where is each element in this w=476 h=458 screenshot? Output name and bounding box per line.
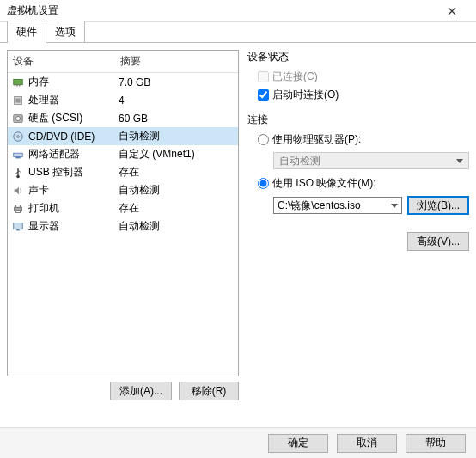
- device-summary: 60 GB: [119, 113, 235, 125]
- physical-drive-row: 自动检测: [258, 152, 469, 169]
- left-column: 设备 摘要 内存7.0 GB处理器4硬盘 (SCSI)60 GBCD/DVD (…: [7, 50, 239, 400]
- cpu-icon: [11, 94, 25, 107]
- iso-file-row: C:\镜像\centos.iso 浏览(B)...: [258, 196, 469, 215]
- connected-checkbox: 已连接(C): [258, 70, 469, 84]
- device-row[interactable]: 网络适配器自定义 (VMnet1): [8, 145, 238, 163]
- device-name: 网络适配器: [28, 147, 119, 162]
- header-summary: 摘要: [120, 54, 141, 69]
- device-name: USB 控制器: [28, 165, 119, 180]
- device-row[interactable]: 显示器自动检测: [8, 217, 238, 235]
- device-row[interactable]: CD/DVD (IDE)自动检测: [8, 127, 238, 145]
- svg-rect-5: [15, 98, 20, 102]
- svg-rect-15: [15, 210, 20, 212]
- titlebar: 虚拟机设置: [0, 0, 476, 22]
- remove-button[interactable]: 移除(R): [179, 382, 239, 400]
- device-summary: 存在: [119, 165, 235, 180]
- chevron-down-icon: [391, 204, 398, 208]
- memory-icon: [11, 76, 25, 89]
- device-name: CD/DVD (IDE): [28, 131, 119, 143]
- device-summary: 存在: [119, 201, 235, 216]
- device-row[interactable]: USB 控制器存在: [8, 163, 238, 181]
- device-status-group: 设备状态 已连接(C) 启动时连接(O): [247, 50, 469, 102]
- tab-hardware[interactable]: 硬件: [7, 21, 46, 42]
- device-name: 显示器: [28, 219, 119, 234]
- svg-rect-11: [15, 156, 20, 158]
- ok-button[interactable]: 确定: [268, 434, 328, 453]
- device-name: 处理器: [28, 93, 119, 107]
- device-name: 声卡: [28, 183, 119, 198]
- device-row[interactable]: 内存7.0 GB: [8, 73, 238, 91]
- device-name: 打印机: [28, 201, 119, 216]
- device-summary: 4: [119, 95, 235, 107]
- connection-group: 连接 使用物理驱动器(P): 自动检测 使用 ISO 映像文件(M):: [247, 113, 469, 215]
- use-physical-radio-input[interactable]: [258, 134, 269, 145]
- cd-icon: [11, 130, 25, 144]
- advanced-row: 高级(V)...: [247, 232, 469, 251]
- device-summary: 自动检测: [119, 183, 235, 198]
- connect-at-poweron-checkbox[interactable]: 启动时连接(O): [258, 88, 469, 102]
- use-iso-radio[interactable]: 使用 ISO 映像文件(M):: [258, 176, 469, 191]
- device-list[interactable]: 设备 摘要 内存7.0 GB处理器4硬盘 (SCSI)60 GBCD/DVD (…: [7, 50, 239, 376]
- device-name: 硬盘 (SCSI): [28, 111, 119, 125]
- disk-icon: [11, 112, 25, 125]
- dialog-footer: 确定 取消 帮助: [0, 427, 476, 458]
- device-summary: 7.0 GB: [119, 76, 235, 89]
- physical-drive-select: 自动检测: [273, 152, 469, 169]
- iso-file-combo[interactable]: C:\镜像\centos.iso: [273, 197, 402, 214]
- device-row[interactable]: 处理器4: [8, 91, 238, 109]
- svg-point-12: [16, 174, 20, 178]
- connect-at-poweron-input[interactable]: [258, 89, 269, 101]
- device-row[interactable]: 打印机存在: [8, 199, 238, 217]
- browse-button[interactable]: 浏览(B)...: [407, 196, 469, 215]
- svg-point-7: [15, 116, 20, 120]
- add-button[interactable]: 添加(A)...: [110, 382, 172, 400]
- svg-rect-1: [15, 84, 16, 86]
- help-button[interactable]: 帮助: [406, 434, 466, 453]
- printer-icon: [11, 202, 25, 216]
- svg-rect-14: [15, 205, 20, 207]
- svg-rect-2: [16, 84, 18, 86]
- tab-strip: 硬件 选项: [0, 22, 476, 43]
- use-iso-radio-input[interactable]: [258, 178, 269, 189]
- sound-icon: [11, 184, 25, 198]
- device-row[interactable]: 硬盘 (SCSI)60 GB: [8, 109, 238, 127]
- device-summary: 自动检测: [119, 219, 235, 234]
- device-summary: 自定义 (VMnet1): [119, 147, 235, 162]
- usb-icon: [11, 166, 25, 180]
- cancel-button[interactable]: 取消: [337, 434, 397, 453]
- use-physical-radio[interactable]: 使用物理驱动器(P):: [258, 132, 469, 147]
- right-column: 设备状态 已连接(C) 启动时连接(O) 连接 使用物理驱动器(P):: [247, 50, 469, 400]
- header-device: 设备: [13, 54, 120, 69]
- tab-options[interactable]: 选项: [46, 21, 85, 42]
- connection-title: 连接: [247, 113, 469, 127]
- window-title: 虚拟机设置: [7, 3, 435, 18]
- left-buttons: 添加(A)... 移除(R): [7, 382, 239, 400]
- svg-rect-3: [19, 84, 21, 86]
- device-summary: 自动检测: [119, 129, 235, 144]
- chevron-down-icon: [456, 159, 463, 163]
- window-close-button[interactable]: [435, 0, 469, 22]
- svg-rect-17: [16, 229, 20, 230]
- close-icon: [448, 7, 456, 15]
- device-row[interactable]: 声卡自动检测: [8, 181, 238, 199]
- device-list-header: 设备 摘要: [8, 51, 238, 73]
- device-status-title: 设备状态: [247, 50, 469, 64]
- connected-checkbox-input: [258, 71, 269, 82]
- display-icon: [11, 220, 25, 234]
- device-name: 内存: [28, 75, 119, 89]
- svg-rect-10: [14, 153, 23, 156]
- svg-rect-0: [14, 79, 23, 84]
- svg-rect-16: [14, 223, 23, 229]
- network-icon: [11, 148, 25, 162]
- svg-point-9: [17, 135, 20, 137]
- advanced-button[interactable]: 高级(V)...: [407, 232, 469, 251]
- content-area: 设备 摘要 内存7.0 GB处理器4硬盘 (SCSI)60 GBCD/DVD (…: [0, 43, 476, 407]
